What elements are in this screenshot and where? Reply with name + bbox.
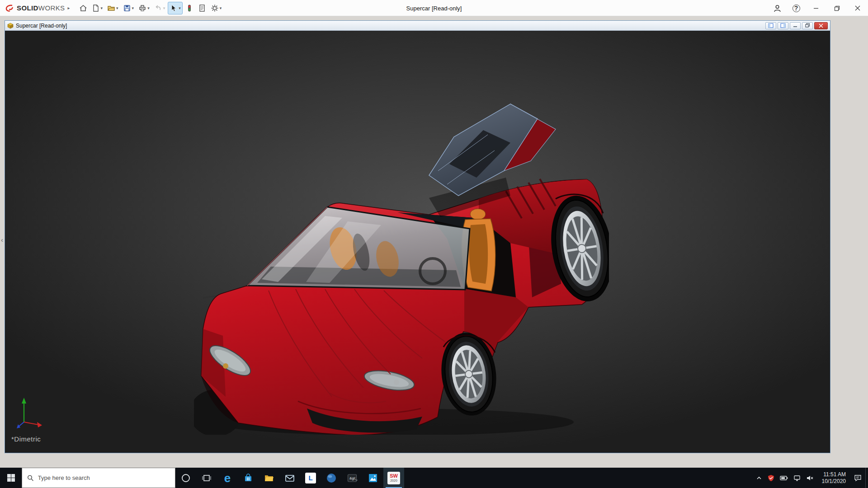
taskbar-apps: e L	[175, 468, 404, 488]
restore-icon	[834, 5, 840, 11]
taskbar-app-solidworks-2020[interactable]: SW 2020	[383, 468, 404, 488]
panel-collapse-chevron-icon[interactable]: ‹	[1, 236, 3, 244]
edge-icon: e	[224, 472, 231, 484]
taskbar-app-edrawings[interactable]	[321, 468, 342, 488]
taskbar-app-mail[interactable]	[279, 468, 300, 488]
taskbar-app-task-view[interactable]	[196, 468, 217, 488]
show-desktop-button[interactable]	[865, 468, 868, 488]
taskbar-app-store[interactable]	[238, 468, 259, 488]
taskbar-app-cortana[interactable]	[175, 468, 196, 488]
app-titlebar: SOLIDWORKS ▸ ▾ ▾	[0, 0, 868, 16]
print-icon	[138, 4, 146, 12]
app-window-title: Supercar [Read-only]	[406, 0, 462, 16]
view-orientation-label: *Dimetric	[11, 435, 41, 443]
cortana-icon	[181, 473, 191, 483]
photos-icon	[368, 473, 378, 483]
titlebar-right-controls: ?	[768, 0, 868, 16]
sphere-app-icon	[326, 473, 337, 483]
solidworks-brand: SOLIDWORKS	[5, 4, 65, 12]
dropdown-arrow-icon[interactable]: ▾	[147, 6, 150, 10]
undo-button[interactable]: ▾	[152, 2, 167, 14]
car-model[interactable]	[194, 103, 609, 435]
tray-battery[interactable]	[780, 475, 788, 481]
document-icon	[7, 23, 14, 29]
shield-icon	[768, 474, 774, 482]
action-center-icon	[854, 474, 862, 482]
document-window-titlebar[interactable]: Supercar [Read-only]	[5, 21, 830, 31]
minimize-icon	[813, 5, 819, 11]
tray-expand-button[interactable]	[756, 475, 762, 481]
select-cursor-icon	[170, 4, 178, 12]
save-button[interactable]: ▾	[121, 2, 136, 14]
user-account-icon	[773, 4, 782, 13]
help-button[interactable]: ?	[787, 0, 806, 16]
graphics-area[interactable]: *Dimetric	[5, 31, 830, 453]
battery-icon	[780, 475, 788, 481]
l-app-icon: L	[305, 473, 316, 483]
rebuild-traffic-light-icon	[185, 4, 193, 12]
document-close-button[interactable]	[814, 22, 828, 29]
search-input[interactable]	[38, 474, 170, 481]
undo-icon	[154, 4, 162, 12]
print-button[interactable]: ▾	[137, 2, 151, 14]
login-button[interactable]	[768, 0, 787, 16]
document-restore-button[interactable]	[802, 22, 813, 29]
chevron-up-icon	[756, 475, 762, 481]
toolbar-flyout-arrow[interactable]: ▸	[68, 5, 70, 10]
new-document-icon	[92, 4, 100, 12]
taskbar-app-l[interactable]: L	[300, 468, 321, 488]
document-window-controls	[765, 22, 828, 29]
windows-taskbar: e L	[0, 468, 868, 488]
pane-right-button[interactable]	[778, 22, 788, 29]
search-icon	[27, 474, 34, 482]
orientation-triad	[15, 396, 44, 429]
file-properties-button[interactable]	[196, 2, 208, 14]
new-document-button[interactable]: ▾	[90, 2, 105, 14]
taskbar-app-file-explorer[interactable]	[259, 468, 279, 488]
tray-volume[interactable]	[806, 475, 814, 481]
tray-antivirus[interactable]	[768, 474, 774, 482]
pane-right-icon	[780, 23, 786, 28]
restore-icon	[805, 23, 810, 28]
solidworks-logo-icon	[5, 4, 14, 12]
dropdown-arrow-icon[interactable]: ▾	[116, 6, 118, 10]
document-window: Supercar [Read-only]	[5, 20, 830, 453]
options-button[interactable]: ▾	[209, 2, 224, 14]
action-center-button[interactable]	[854, 474, 862, 482]
home-icon	[79, 4, 87, 12]
home-button[interactable]	[77, 2, 89, 14]
close-button[interactable]	[847, 0, 868, 16]
dropdown-arrow-icon[interactable]: ▾	[132, 6, 134, 10]
taskbar-app-photos[interactable]	[363, 468, 383, 488]
taskbar-app-command-prompt[interactable]: &gt;_	[342, 468, 363, 488]
rebuild-button[interactable]	[184, 2, 195, 14]
select-tool-button[interactable]: ▾	[168, 2, 183, 14]
taskbar-search[interactable]	[22, 468, 175, 488]
pane-left-button[interactable]	[765, 22, 776, 29]
clock-date: 10/1/2020	[822, 478, 846, 485]
start-button[interactable]	[0, 468, 22, 488]
restore-button[interactable]	[826, 0, 847, 16]
help-icon: ?	[793, 5, 800, 12]
file-explorer-icon	[264, 473, 274, 483]
command-prompt-icon: &gt;_	[347, 473, 358, 483]
open-folder-icon	[107, 4, 115, 12]
close-icon	[819, 23, 823, 28]
dropdown-arrow-icon[interactable]: ▾	[220, 6, 222, 10]
system-tray: 11:51 AM 10/1/2020	[752, 468, 865, 488]
minimize-icon	[793, 23, 797, 28]
clock-time: 11:51 AM	[823, 471, 846, 478]
dropdown-arrow-icon[interactable]: ▾	[163, 6, 165, 10]
open-button[interactable]: ▾	[105, 2, 120, 14]
network-icon	[793, 475, 801, 481]
options-gear-icon	[211, 4, 219, 12]
pane-left-icon	[768, 23, 774, 28]
taskbar-app-edge[interactable]: e	[217, 468, 238, 488]
minimize-button[interactable]	[806, 0, 826, 16]
mail-icon	[284, 473, 295, 483]
dropdown-arrow-icon[interactable]: ▾	[101, 6, 103, 10]
taskbar-clock[interactable]: 11:51 AM 10/1/2020	[819, 471, 849, 485]
document-minimize-button[interactable]	[790, 22, 801, 29]
dropdown-arrow-icon[interactable]: ▾	[179, 6, 181, 10]
tray-network[interactable]	[793, 475, 801, 481]
